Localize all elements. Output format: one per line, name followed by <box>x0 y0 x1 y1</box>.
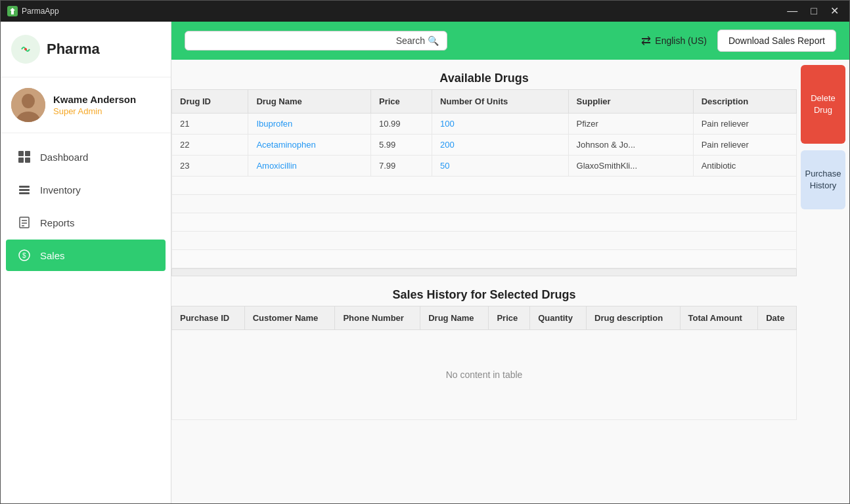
window-title: ParmaApp <box>22 7 783 16</box>
search-icon: 🔍 <box>428 35 439 46</box>
translate-icon: ⇄ <box>641 33 651 48</box>
no-content-cell: No content in table <box>172 330 797 420</box>
cell-drug-name[interactable]: Amoxicillin <box>248 156 371 177</box>
cell-supplier: Pfizer <box>568 114 693 135</box>
cell-drug-id: 23 <box>172 156 248 177</box>
table-row-empty <box>172 213 797 232</box>
col-drug-description: Drug description <box>587 306 681 330</box>
cell-drug-id: 22 <box>172 135 248 156</box>
col-units: Number Of Units <box>432 90 569 114</box>
col-phone-number: Phone Number <box>335 306 420 330</box>
cell-description: Pain reliever <box>693 135 796 156</box>
reports-icon <box>16 215 32 230</box>
sales-history-header-row: Purchase ID Customer Name Phone Number D… <box>172 306 797 330</box>
col-supplier: Supplier <box>568 90 693 114</box>
col-drug-name: Drug Name <box>248 90 371 114</box>
sidebar-item-sales-label: Sales <box>40 250 65 261</box>
col-drug-name-sales: Drug Name <box>420 306 489 330</box>
minimize-button[interactable]: — <box>783 5 801 18</box>
maximize-button[interactable]: □ <box>807 5 821 18</box>
nav-list: Dashboard Inventory <box>1 133 171 503</box>
user-card: Kwame Anderson Super Admin <box>1 77 171 133</box>
sidebar-item-sales[interactable]: $ Sales <box>6 240 166 271</box>
right-panel: Delete Drug Purchase History <box>797 60 849 503</box>
sidebar-item-inventory-label: Inventory <box>40 184 81 196</box>
sidebar-logo: Pharma <box>1 22 171 77</box>
no-content-row: No content in table <box>172 330 797 420</box>
svg-rect-5 <box>25 151 30 156</box>
sales-history-table-wrapper: Purchase ID Customer Name Phone Number D… <box>171 306 797 497</box>
cell-description: Antibiotic <box>693 156 796 177</box>
svg-rect-8 <box>19 186 30 188</box>
language-label: English (US) <box>655 35 707 46</box>
purchase-history-button[interactable]: Purchase History <box>801 150 845 209</box>
sales-icon: $ <box>16 247 32 263</box>
col-description: Description <box>693 90 796 114</box>
app-window: ParmaApp — □ ✕ Pharma <box>0 0 850 504</box>
delete-drug-button[interactable]: Delete Drug <box>801 65 845 144</box>
cell-price: 7.99 <box>370 156 432 177</box>
table-row-empty <box>172 232 797 250</box>
user-role: Super Admin <box>53 106 136 116</box>
sidebar: Pharma Kwame Anderson Super Admin <box>1 22 171 503</box>
search-input[interactable] <box>193 35 396 46</box>
col-total-amount: Total Amount <box>680 306 758 330</box>
title-bar: ParmaApp — □ ✕ <box>1 1 849 22</box>
avatar <box>11 88 45 122</box>
sidebar-item-reports-label: Reports <box>40 217 75 228</box>
table-row[interactable]: 22 Acetaminophen 5.99 200 Johnson & Jo..… <box>172 135 797 156</box>
search-button[interactable]: Search 🔍 <box>396 35 439 46</box>
sidebar-item-reports[interactable]: Reports <box>6 207 166 238</box>
table-row[interactable]: 23 Amoxicillin 7.99 50 GlaxoSmithKli... … <box>172 156 797 177</box>
cell-description: Pain reliever <box>693 114 796 135</box>
empty-cell <box>172 250 797 268</box>
table-row-empty <box>172 195 797 213</box>
user-name: Kwame Anderson <box>53 94 136 105</box>
top-bar: Search 🔍 ⇄ English (US) Download Sales R… <box>171 22 849 60</box>
dashboard-icon <box>16 149 32 165</box>
sidebar-item-dashboard[interactable]: Dashboard <box>6 141 166 173</box>
available-drugs-tbody: 21 Ibuprofen 10.99 100 Pfizer Pain relie… <box>172 114 797 268</box>
logo-icon <box>11 35 40 64</box>
sales-history-tbody: No content in table <box>172 330 797 420</box>
table-row-empty <box>172 250 797 268</box>
table-row[interactable]: 21 Ibuprofen 10.99 100 Pfizer Pain relie… <box>172 114 797 135</box>
cell-price: 5.99 <box>370 135 432 156</box>
app-body: Pharma Kwame Anderson Super Admin <box>1 22 849 503</box>
horizontal-scrollbar[interactable] <box>171 268 797 276</box>
cell-units[interactable]: 200 <box>432 135 569 156</box>
sidebar-item-inventory[interactable]: Inventory <box>6 174 166 205</box>
cell-supplier: GlaxoSmithKli... <box>568 156 693 177</box>
svg-rect-7 <box>25 158 30 163</box>
page-content: Available Drugs Drug ID Drug Name Price … <box>171 60 849 503</box>
sidebar-item-dashboard-label: Dashboard <box>40 152 88 163</box>
cell-units[interactable]: 100 <box>432 114 569 135</box>
col-drug-id: Drug ID <box>172 90 248 114</box>
col-price: Price <box>370 90 432 114</box>
cell-supplier: Johnson & Jo... <box>568 135 693 156</box>
cell-units[interactable]: 50 <box>432 156 569 177</box>
app-icon <box>7 6 18 16</box>
svg-rect-4 <box>18 151 24 156</box>
svg-rect-10 <box>19 192 30 194</box>
cell-drug-name[interactable]: Ibuprofen <box>248 114 371 135</box>
col-price-sales: Price <box>489 306 530 330</box>
download-sales-report-button[interactable]: Download Sales Report <box>717 30 836 52</box>
window-controls: — □ ✕ <box>783 5 843 18</box>
close-button[interactable]: ✕ <box>826 5 843 18</box>
main-content: Search 🔍 ⇄ English (US) Download Sales R… <box>171 22 849 503</box>
available-drugs-table-wrapper: Drug ID Drug Name Price Number Of Units … <box>171 89 797 268</box>
table-row-empty <box>172 177 797 195</box>
available-drugs-title: Available Drugs <box>171 66 797 89</box>
available-drugs-table: Drug ID Drug Name Price Number Of Units … <box>171 89 797 268</box>
search-button-label: Search <box>396 35 425 46</box>
language-selector[interactable]: ⇄ English (US) <box>641 33 707 48</box>
col-quantity: Quantity <box>530 306 587 330</box>
col-date: Date <box>758 306 797 330</box>
cell-drug-name[interactable]: Acetaminophen <box>248 135 371 156</box>
sales-history-title: Sales History for Selected Drugs <box>171 283 797 306</box>
empty-cell <box>172 213 797 232</box>
cell-price: 10.99 <box>370 114 432 135</box>
available-drugs-header-row: Drug ID Drug Name Price Number Of Units … <box>172 90 797 114</box>
empty-cell <box>172 195 797 213</box>
